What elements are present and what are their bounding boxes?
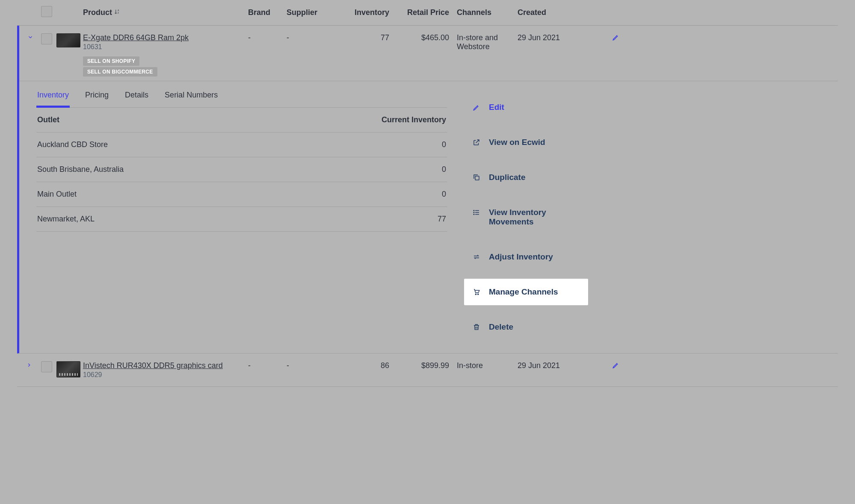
column-header-retail-price[interactable]: Retail Price bbox=[389, 8, 449, 17]
cell-supplier: - bbox=[287, 33, 338, 42]
svg-text:A: A bbox=[118, 9, 119, 12]
product-sku: 10629 bbox=[83, 371, 248, 379]
outlet-row: Auckland CBD Store 0 bbox=[36, 133, 447, 157]
column-header-channels[interactable]: Channels bbox=[449, 8, 518, 17]
column-header-created[interactable]: Created bbox=[518, 8, 603, 17]
product-row-expanded: E-Xgate DDR6 64GB Ram 2pk 10631 SELL ON … bbox=[17, 26, 838, 354]
list-icon bbox=[472, 209, 481, 216]
table-header-row: Product A Z Brand Supplier Inventory Ret… bbox=[17, 0, 838, 26]
trash-icon bbox=[472, 323, 481, 331]
row-checkbox[interactable] bbox=[41, 33, 52, 44]
chevron-down-icon[interactable] bbox=[27, 33, 34, 41]
outlet-row: South Brisbane, Australia 0 bbox=[36, 157, 447, 182]
tab-inventory[interactable]: Inventory bbox=[36, 81, 70, 107]
outlet-inventory: 77 bbox=[438, 215, 446, 224]
action-edit[interactable]: Edit bbox=[464, 94, 588, 121]
action-manage-channels[interactable]: Manage Channels bbox=[464, 279, 588, 305]
svg-point-9 bbox=[475, 294, 476, 295]
cell-supplier: - bbox=[287, 361, 338, 370]
cell-retail-price: $465.00 bbox=[389, 33, 449, 42]
tab-details[interactable]: Details bbox=[124, 81, 149, 107]
detail-tabs: Inventory Pricing Details Serial Numbers bbox=[36, 81, 447, 108]
action-adjust-inventory[interactable]: Adjust Inventory bbox=[464, 244, 588, 270]
row-checkbox[interactable] bbox=[41, 361, 52, 372]
sort-az-icon: A Z bbox=[114, 9, 121, 17]
column-header-brand[interactable]: Brand bbox=[248, 8, 287, 17]
outlet-inventory-table: Outlet Current Inventory Auckland CBD St… bbox=[36, 108, 447, 232]
outlet-row: Main Outlet 0 bbox=[36, 182, 447, 207]
pencil-icon[interactable] bbox=[612, 34, 620, 43]
product-sku: 10631 bbox=[83, 43, 248, 51]
tab-serial-numbers[interactable]: Serial Numbers bbox=[164, 81, 219, 107]
product-thumbnail bbox=[56, 361, 80, 377]
outlet-inventory: 0 bbox=[442, 140, 446, 149]
copy-icon bbox=[472, 174, 481, 181]
cell-channels: In-store and Webstore bbox=[449, 33, 518, 51]
product-thumbnail bbox=[56, 33, 80, 47]
outlet-name: Auckland CBD Store bbox=[37, 140, 108, 149]
cell-created: 29 Jun 2021 bbox=[518, 33, 603, 42]
svg-point-6 bbox=[473, 210, 474, 211]
badge-shopify[interactable]: SELL ON SHOPIFY bbox=[83, 56, 139, 66]
product-detail-panel: Inventory Pricing Details Serial Numbers… bbox=[19, 81, 838, 353]
product-name-link[interactable]: E-Xgate DDR6 64GB Ram 2pk bbox=[83, 33, 248, 42]
outlet-name: Main Outlet bbox=[37, 190, 77, 199]
cell-brand: - bbox=[248, 33, 287, 42]
action-delete[interactable]: Delete bbox=[464, 314, 588, 340]
column-header-inventory[interactable]: Inventory bbox=[338, 8, 389, 17]
current-inventory-header: Current Inventory bbox=[382, 115, 446, 124]
badge-bigcommerce[interactable]: SELL ON BIGCOMMERCE bbox=[83, 67, 157, 77]
cell-retail-price: $899.99 bbox=[389, 361, 449, 370]
outlet-header: Outlet bbox=[37, 115, 59, 124]
column-header-product[interactable]: Product A Z bbox=[83, 8, 248, 17]
outlet-inventory: 0 bbox=[442, 190, 446, 199]
svg-point-10 bbox=[478, 294, 479, 295]
outlet-name: South Brisbane, Australia bbox=[37, 165, 124, 174]
cell-created: 29 Jun 2021 bbox=[518, 361, 603, 370]
external-link-icon bbox=[472, 139, 481, 146]
cell-inventory: 77 bbox=[338, 33, 389, 42]
product-row-collapsed: InVistech RUR430X DDR5 graphics card 106… bbox=[17, 354, 838, 387]
outlet-row: Newmarket, AKL 77 bbox=[36, 207, 447, 232]
svg-point-8 bbox=[473, 214, 474, 215]
svg-rect-2 bbox=[475, 176, 479, 180]
swap-icon bbox=[472, 253, 481, 261]
cart-icon bbox=[472, 288, 481, 296]
svg-text:Z: Z bbox=[118, 12, 119, 14]
outlet-name: Newmarket, AKL bbox=[37, 215, 95, 224]
action-view-inventory-movements[interactable]: View Inventory Movements bbox=[464, 199, 588, 235]
pencil-icon[interactable] bbox=[612, 362, 620, 371]
product-name-link[interactable]: InVistech RUR430X DDR5 graphics card bbox=[83, 361, 248, 370]
svg-point-7 bbox=[473, 212, 474, 213]
outlet-inventory: 0 bbox=[442, 165, 446, 174]
select-all-checkbox[interactable] bbox=[41, 6, 52, 17]
pencil-icon bbox=[472, 103, 481, 111]
cell-channels: In-store bbox=[449, 361, 518, 370]
action-duplicate[interactable]: Duplicate bbox=[464, 164, 588, 191]
column-header-supplier[interactable]: Supplier bbox=[287, 8, 338, 17]
chevron-right-icon[interactable] bbox=[25, 361, 33, 369]
cell-inventory: 86 bbox=[338, 361, 389, 370]
action-view-ecwid[interactable]: View on Ecwid bbox=[464, 129, 588, 156]
tab-pricing[interactable]: Pricing bbox=[84, 81, 109, 107]
cell-brand: - bbox=[248, 361, 287, 370]
